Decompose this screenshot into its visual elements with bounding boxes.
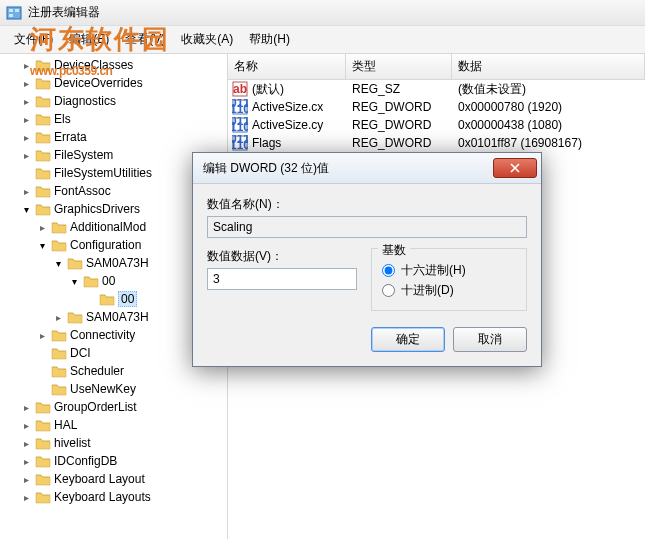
chevron-right-icon[interactable]: ▸ [20, 132, 32, 143]
chevron-down-icon[interactable]: ▾ [20, 204, 32, 215]
tree-label: FontAssoc [54, 184, 111, 198]
chevron-right-icon[interactable]: ▸ [20, 186, 32, 197]
chevron-down-icon[interactable]: ▾ [68, 276, 80, 287]
chevron-right-icon[interactable]: ▸ [20, 60, 32, 71]
value-data-label: 数值数据(V)： [207, 248, 357, 265]
list-row[interactable]: FlagsREG_DWORD0x0101ff87 (16908167) [228, 134, 645, 152]
tree-node[interactable]: ▸DeviceClasses [0, 56, 227, 74]
tree-node[interactable]: ▸Keyboard Layouts [0, 488, 227, 506]
tree-label: Configuration [70, 238, 141, 252]
folder-icon [35, 490, 51, 504]
list-row[interactable]: ActiveSize.cxREG_DWORD0x00000780 (1920) [228, 98, 645, 116]
value-name-input[interactable] [207, 216, 527, 238]
value-type: REG_DWORD [346, 100, 452, 114]
tree-node[interactable]: ▸GroupOrderList [0, 398, 227, 416]
ok-button[interactable]: 确定 [371, 327, 445, 352]
value-type: REG_SZ [346, 82, 452, 96]
folder-icon [35, 148, 51, 162]
tree-node[interactable]: ▸Diagnostics [0, 92, 227, 110]
tree-label: IDConfigDB [54, 454, 117, 468]
radio-dec[interactable]: 十进制(D) [382, 282, 516, 299]
dialog-titlebar[interactable]: 编辑 DWORD (32 位)值 [193, 153, 541, 184]
menu-file[interactable]: 文件(F) [6, 28, 61, 51]
folder-icon [51, 238, 67, 252]
menu-edit[interactable]: 编辑(E) [61, 28, 117, 51]
dword-value-icon [232, 135, 248, 151]
tree-node[interactable]: ▸HAL [0, 416, 227, 434]
menu-view[interactable]: 查看(V) [117, 28, 173, 51]
folder-icon [35, 400, 51, 414]
chevron-right-icon[interactable]: ▸ [20, 474, 32, 485]
chevron-right-icon[interactable]: ▸ [20, 402, 32, 413]
value-data-input[interactable] [207, 268, 357, 290]
list-header: 名称 类型 数据 [228, 54, 645, 80]
folder-icon [67, 310, 83, 324]
chevron-right-icon[interactable]: ▸ [20, 96, 32, 107]
chevron-right-icon[interactable]: ▸ [20, 492, 32, 503]
tree-node[interactable]: UseNewKey [0, 380, 227, 398]
base-fieldset: 基数 十六进制(H) 十进制(D) [371, 248, 527, 311]
svg-rect-1 [9, 9, 13, 12]
radio-hex[interactable]: 十六进制(H) [382, 262, 516, 279]
tree-label: 00 [102, 274, 115, 288]
tree-node[interactable]: ▸DeviceOverrides [0, 74, 227, 92]
value-data: 0x00000780 (1920) [452, 100, 645, 114]
radio-dec-input[interactable] [382, 284, 395, 297]
svg-rect-2 [9, 14, 13, 17]
folder-icon [35, 58, 51, 72]
dialog-close-button[interactable] [493, 158, 537, 178]
chevron-down-icon[interactable]: ▾ [36, 240, 48, 251]
chevron-right-icon[interactable]: ▸ [36, 330, 48, 341]
tree-label: DCI [70, 346, 91, 360]
menu-favorites[interactable]: 收藏夹(A) [173, 28, 241, 51]
tree-label: Els [54, 112, 71, 126]
chevron-right-icon[interactable]: ▸ [36, 222, 48, 233]
menubar: 文件(F) 编辑(E) 查看(V) 收藏夹(A) 帮助(H) [0, 26, 645, 54]
folder-icon [35, 436, 51, 450]
radio-hex-input[interactable] [382, 264, 395, 277]
chevron-right-icon[interactable]: ▸ [52, 312, 64, 323]
chevron-down-icon[interactable]: ▾ [52, 258, 64, 269]
value-data: 0x00000438 (1080) [452, 118, 645, 132]
tree-label: FileSystemUtilities [54, 166, 152, 180]
tree-node[interactable]: ▸Errata [0, 128, 227, 146]
folder-icon [35, 472, 51, 486]
tree-label: DeviceOverrides [54, 76, 143, 90]
tree-label: Errata [54, 130, 87, 144]
close-icon [510, 163, 520, 173]
folder-icon [35, 418, 51, 432]
tree-node[interactable]: ▸Els [0, 110, 227, 128]
value-name: (默认) [252, 81, 284, 98]
chevron-right-icon[interactable]: ▸ [20, 78, 32, 89]
menu-help[interactable]: 帮助(H) [241, 28, 298, 51]
folder-icon [51, 328, 67, 342]
chevron-right-icon[interactable]: ▸ [20, 150, 32, 161]
chevron-right-icon[interactable]: ▸ [20, 438, 32, 449]
folder-icon [35, 94, 51, 108]
tree-node[interactable]: ▸hivelist [0, 434, 227, 452]
folder-icon [35, 166, 51, 180]
tree-label: GraphicsDrivers [54, 202, 140, 216]
tree-node[interactable]: ▸IDConfigDB [0, 452, 227, 470]
dword-value-icon [232, 99, 248, 115]
col-type[interactable]: 类型 [346, 54, 452, 79]
tree-label: hivelist [54, 436, 91, 450]
folder-icon [67, 256, 83, 270]
tree-node[interactable]: ▸Keyboard Layout [0, 470, 227, 488]
chevron-right-icon[interactable]: ▸ [20, 456, 32, 467]
value-data: 0x0101ff87 (16908167) [452, 136, 645, 150]
folder-icon [35, 184, 51, 198]
col-name[interactable]: 名称 [228, 54, 346, 79]
list-row[interactable]: (默认)REG_SZ(数值未设置) [228, 80, 645, 98]
list-row[interactable]: ActiveSize.cyREG_DWORD0x00000438 (1080) [228, 116, 645, 134]
chevron-right-icon[interactable]: ▸ [20, 114, 32, 125]
cancel-button[interactable]: 取消 [453, 327, 527, 352]
string-value-icon [232, 81, 248, 97]
window-titlebar: 注册表编辑器 [0, 0, 645, 26]
folder-icon [51, 346, 67, 360]
value-name: ActiveSize.cx [252, 100, 323, 114]
value-name: ActiveSize.cy [252, 118, 323, 132]
chevron-right-icon[interactable]: ▸ [20, 420, 32, 431]
col-data[interactable]: 数据 [452, 54, 645, 79]
tree-label: SAM0A73H [86, 256, 149, 270]
